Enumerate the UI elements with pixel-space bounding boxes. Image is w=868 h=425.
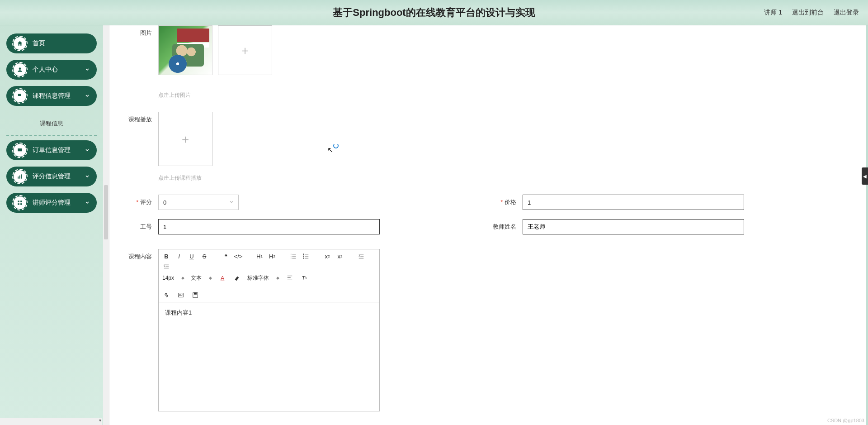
strike-button[interactable]: S [200,252,208,260]
video-upload-box[interactable]: ＋ [158,112,212,166]
rich-editor: B I U S ❝ </> H1 H2 x2 [158,249,380,411]
ul-button[interactable] [302,252,310,260]
app-title: 基于Springboot的在线教育平台的设计与实现 [333,6,535,19]
quote-button[interactable]: ❝ [222,252,230,260]
rating-select[interactable]: 0 [158,195,239,210]
image-button[interactable] [177,291,185,299]
chevron-down-icon [85,147,90,154]
font-size-select[interactable]: 14px◆ [162,275,184,281]
watermark: CSDN @gp1803 [827,418,864,423]
svg-point-10 [303,256,304,257]
content-label: 课程内容 [122,249,158,261]
form-scroll[interactable]: 图片 ＋ 点击上传图片 课程播放 [108,25,864,425]
teacher-label: 教师姓名 [486,219,523,234]
content-panel: 图片 ＋ 点击上传图片 课程播放 [103,25,866,425]
superscript-button[interactable]: x2 [336,252,344,260]
sidebar-submenu: 课程信息 [6,112,97,136]
sidebar-item-teacher-rating[interactable]: 讲师评分管理 [6,193,97,213]
sidebar-item-label: 评分信息管理 [33,172,71,181]
link-button[interactable] [162,291,170,299]
chart-icon [14,170,26,183]
video-hint: 点击上传课程播放 [158,174,212,182]
sidebar: 首页 个人中心 课程信息管理 课程信息 订单信息管理 评分信息管理 讲师评分管理 [0,25,103,425]
svg-rect-15 [194,293,196,295]
sidebar-item-home[interactable]: 首页 [6,33,97,53]
align-button[interactable] [286,274,294,282]
home-icon [14,37,26,50]
sidebar-item-label: 个人中心 [33,66,58,74]
font-color-button[interactable]: A [218,274,226,282]
sidebar-sub-course-info[interactable]: 课程信息 [6,116,97,131]
editor-content[interactable]: 课程内容1 [159,302,379,411]
chevron-down-icon [85,92,90,100]
image-upload-box[interactable]: ＋ [218,25,272,75]
right-drawer-handle[interactable]: ◀ [862,167,868,185]
sidebar-item-label: 首页 [33,39,45,48]
sidebar-item-profile[interactable]: 个人中心 [6,60,97,80]
video-label: 课程播放 [122,112,158,124]
underline-button[interactable]: U [188,252,196,260]
svg-point-11 [303,258,304,259]
code-button[interactable]: </> [234,252,242,260]
chevron-down-icon [85,199,90,206]
jobno-label: 工号 [122,219,158,234]
header-actions: 讲师 1 退出到前台 退出登录 [764,9,859,17]
rating-label: 评分 [122,195,158,210]
h1-button[interactable]: H1 [255,252,264,260]
plus-icon: ＋ [239,43,251,58]
image-label: 图片 [122,25,158,37]
svg-point-9 [303,254,304,255]
grid-icon [14,196,26,209]
user-label[interactable]: 讲师 1 [764,9,782,17]
h2-button[interactable]: H2 [268,252,276,260]
outdent-button[interactable] [357,252,365,260]
uploaded-image-thumb[interactable] [158,25,212,75]
price-input[interactable] [523,195,744,210]
flag-icon [14,90,26,102]
price-label: 价格 [486,195,523,210]
user-icon [14,63,26,76]
plus-icon: ＋ [179,131,191,147]
rating-value: 0 [163,199,166,206]
font-family-select[interactable]: 标准字体◆ [247,274,279,282]
ol-button[interactable] [289,252,297,260]
chevron-down-icon [85,66,90,73]
save-button[interactable] [191,291,199,299]
exit-front-link[interactable]: 退出到前台 [792,9,824,17]
sidebar-scroll-stub [0,418,102,425]
subscript-button[interactable]: x2 [323,252,331,260]
sidebar-item-order[interactable]: 订单信息管理 [6,140,97,160]
sidebar-item-label: 课程信息管理 [33,92,71,100]
bold-button[interactable]: B [162,252,170,260]
indent-button[interactable] [162,262,170,270]
image-hint: 点击上传图片 [158,91,272,99]
logout-link[interactable]: 退出登录 [834,9,859,17]
sidebar-item-rating[interactable]: 评分信息管理 [6,167,97,186]
sidebar-item-course[interactable]: 课程信息管理 [6,86,97,106]
editor-toolbar: B I U S ❝ </> H1 H2 x2 [159,249,379,302]
clear-format-button[interactable]: Tx [300,274,308,282]
chevron-down-icon [85,173,90,180]
italic-button[interactable]: I [175,252,183,260]
monitor-icon [14,144,26,157]
jobno-input[interactable] [158,219,380,234]
sidebar-item-label: 讲师评分管理 [33,199,71,207]
bg-color-button[interactable] [233,274,241,282]
teacher-input[interactable] [523,219,744,234]
sidebar-item-label: 订单信息管理 [33,146,71,154]
chevron-down-icon [229,199,234,206]
text-type-select[interactable]: 文本◆ [191,274,212,282]
app-header: 基于Springboot的在线教育平台的设计与实现 讲师 1 退出到前台 退出登… [0,0,868,25]
